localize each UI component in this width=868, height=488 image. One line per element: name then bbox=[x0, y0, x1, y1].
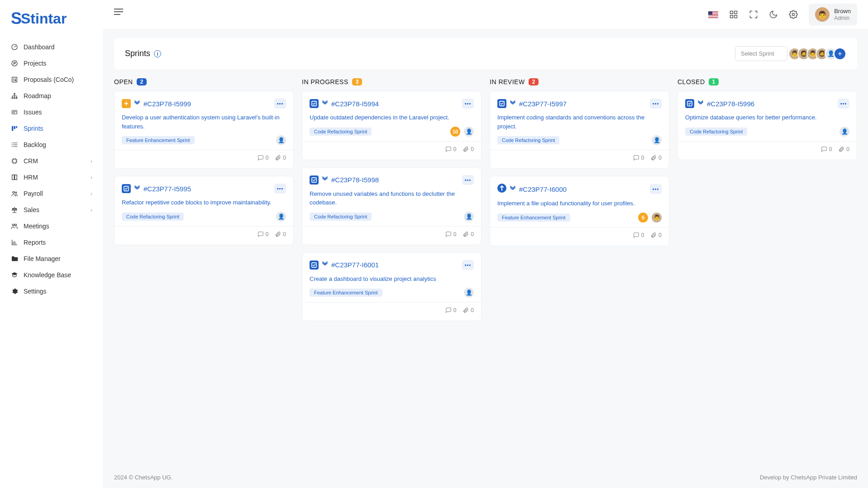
apps-icon[interactable] bbox=[729, 10, 738, 19]
issue-title[interactable]: Develop a user authentication system usi… bbox=[122, 113, 286, 131]
issue-id[interactable]: #C23P78-I5996 bbox=[707, 100, 754, 108]
sprint-chip[interactable]: Code Refactoring Sprint bbox=[122, 213, 184, 221]
attachments-count[interactable]: 0 bbox=[275, 231, 286, 237]
sidebar-item-file-manager[interactable]: File Manager bbox=[0, 251, 103, 267]
sidebar-item-sprints[interactable]: Sprints bbox=[0, 120, 103, 137]
sidebar-item-dashboard[interactable]: Dashboard bbox=[0, 39, 103, 55]
issue-card[interactable]: #C23P78-I5996•••Optimize database querie… bbox=[677, 91, 857, 160]
assignee-placeholder[interactable]: 👤 bbox=[276, 212, 286, 222]
assignee-placeholder[interactable]: 👤 bbox=[464, 127, 474, 137]
chart-icon bbox=[11, 239, 18, 246]
sprint-chip[interactable]: Code Refactoring Sprint bbox=[497, 136, 559, 144]
issue-title[interactable]: Update outdated dependencies in the Lara… bbox=[310, 113, 474, 122]
issue-title[interactable]: Refactor repetitive code blocks to impro… bbox=[122, 198, 286, 207]
sidebar-item-payroll[interactable]: Payroll› bbox=[0, 185, 103, 202]
assignee-avatar[interactable]: 👨 bbox=[652, 213, 662, 223]
chip-icon bbox=[11, 157, 18, 165]
issue-id[interactable]: #C23P77-I5997 bbox=[519, 100, 567, 108]
menu-toggle-icon[interactable] bbox=[114, 11, 123, 18]
sidebar-item-knowledge-base[interactable]: Knowledge Base bbox=[0, 267, 103, 283]
comments-count[interactable]: 0 bbox=[821, 146, 832, 152]
sprint-chip[interactable]: Code Refactoring Sprint bbox=[685, 128, 747, 136]
issue-title[interactable]: Implement coding standards and conventio… bbox=[497, 113, 662, 131]
comments-count[interactable]: 0 bbox=[445, 146, 457, 152]
fullscreen-icon[interactable] bbox=[749, 10, 758, 19]
sprint-chip[interactable]: Code Refactoring Sprint bbox=[310, 128, 372, 136]
sidebar-item-issues[interactable]: Issues bbox=[0, 104, 103, 120]
issue-card[interactable]: +#C23P78-I5999•••Develop a user authenti… bbox=[114, 91, 294, 169]
comments-count[interactable]: 0 bbox=[633, 155, 644, 161]
issue-card[interactable]: #C23P78-I5994•••Update outdated dependen… bbox=[302, 91, 482, 160]
more-menu[interactable]: ••• bbox=[462, 260, 474, 270]
issue-title[interactable]: Optimize database queries for better per… bbox=[685, 113, 849, 122]
issue-title[interactable]: Remove unused variables and functions to… bbox=[310, 190, 474, 207]
sidebar-item-reports[interactable]: Reports bbox=[0, 234, 103, 251]
assignee-placeholder[interactable]: 👤 bbox=[464, 288, 474, 298]
comments-count[interactable]: 0 bbox=[258, 155, 269, 161]
gear-icon[interactable] bbox=[789, 10, 798, 19]
comments-count[interactable]: 0 bbox=[445, 307, 457, 313]
issue-id[interactable]: #C23P78-I5994 bbox=[331, 100, 379, 108]
issue-title[interactable]: Create a dashboard to visualize project … bbox=[310, 275, 474, 284]
comments-count[interactable]: 0 bbox=[445, 231, 457, 237]
issue-card[interactable]: #C23P77-I5995•••Refactor repetitive code… bbox=[114, 176, 294, 245]
sidebar-item-projects[interactable]: Projects bbox=[0, 55, 103, 71]
comments-count[interactable]: 0 bbox=[633, 232, 644, 238]
flag-icon[interactable] bbox=[708, 11, 718, 18]
issue-id[interactable]: #C23P78-I5998 bbox=[331, 176, 379, 184]
sidebar-item-proposals-coco-[interactable]: Proposals (CoCo) bbox=[0, 71, 103, 88]
attachments-count[interactable]: 0 bbox=[463, 307, 474, 313]
moon-icon[interactable] bbox=[769, 10, 778, 19]
more-menu[interactable]: ••• bbox=[274, 184, 286, 194]
assignee-placeholder[interactable]: 👤 bbox=[652, 135, 662, 145]
attachments-count[interactable]: 0 bbox=[650, 155, 662, 161]
sidebar-item-hrm[interactable]: HRM› bbox=[0, 169, 103, 185]
attachments-count[interactable]: 0 bbox=[650, 232, 662, 238]
sidebar-item-sales[interactable]: Sales› bbox=[0, 202, 103, 218]
sprint-chip[interactable]: Feature Enhancement Sprint bbox=[122, 136, 195, 144]
more-menu[interactable]: ••• bbox=[650, 99, 662, 109]
issue-id[interactable]: #C23P77-I6000 bbox=[519, 185, 567, 193]
sidebar-item-roadmap[interactable]: Roadmap bbox=[0, 88, 103, 104]
attachments-count[interactable]: 0 bbox=[463, 231, 474, 237]
more-menu[interactable]: ••• bbox=[274, 99, 286, 109]
assignee-placeholder[interactable]: 👤 bbox=[276, 135, 286, 145]
issue-id[interactable]: #C23P78-I5999 bbox=[143, 100, 191, 108]
select-sprint[interactable]: Select Sprint bbox=[735, 46, 787, 61]
attachments-count[interactable]: 0 bbox=[463, 146, 474, 152]
sprint-chip[interactable]: Feature Enhancement Sprint bbox=[497, 213, 570, 222]
sidebar-item-crm[interactable]: CRM› bbox=[0, 153, 103, 169]
issue-card[interactable]: #C23P77-I5997•••Implement coding standar… bbox=[490, 91, 669, 169]
more-menu[interactable]: ••• bbox=[650, 184, 662, 194]
more-menu[interactable]: ••• bbox=[462, 99, 474, 109]
more-menu[interactable]: ••• bbox=[462, 175, 474, 185]
attachments-count[interactable]: 0 bbox=[275, 155, 286, 161]
column-head: IN REVIEW2 bbox=[490, 78, 669, 85]
issue-id[interactable]: #C23P77-I6001 bbox=[331, 261, 379, 269]
sidebar-item-settings[interactable]: Settings bbox=[0, 283, 103, 299]
list-icon bbox=[11, 141, 18, 148]
sidebar-item-meetings[interactable]: Meetings bbox=[0, 218, 103, 234]
sprint-chip[interactable]: Code Refactoring Sprint bbox=[310, 213, 372, 221]
add-user-button[interactable]: + bbox=[834, 47, 846, 60]
issue-card[interactable]: #C23P77-I6001•••Create a dashboard to vi… bbox=[302, 252, 482, 322]
svg-rect-10 bbox=[16, 126, 17, 128]
logo[interactable]: SStintar bbox=[0, 9, 103, 39]
issue-card[interactable]: #C23P77-I6000•••Implement a file upload … bbox=[490, 176, 669, 246]
folder-icon bbox=[11, 255, 18, 262]
user-menu[interactable]: 👨 Brown Admin bbox=[809, 4, 857, 25]
sidebar-item-label: Backlog bbox=[24, 141, 46, 148]
issue-id[interactable]: #C23P77-I5995 bbox=[143, 185, 191, 193]
issue-title[interactable]: Implement a file upload functionality fo… bbox=[497, 199, 662, 208]
sidebar-item-label: Projects bbox=[24, 60, 47, 67]
info-icon[interactable]: i bbox=[154, 50, 161, 57]
comments-count[interactable]: 0 bbox=[258, 231, 269, 237]
issue-card[interactable]: #C23P78-I5998•••Remove unused variables … bbox=[302, 167, 482, 245]
assignee-placeholder[interactable]: 👤 bbox=[464, 212, 474, 222]
more-menu[interactable]: ••• bbox=[838, 99, 849, 109]
sprint-chip[interactable]: Feature Enhancement Sprint bbox=[310, 289, 382, 297]
topbar: 👨 Brown Admin bbox=[103, 0, 868, 29]
attachments-count[interactable]: 0 bbox=[838, 146, 849, 152]
sidebar-item-backlog[interactable]: Backlog bbox=[0, 137, 103, 153]
assignee-placeholder[interactable]: 👤 bbox=[839, 127, 849, 137]
